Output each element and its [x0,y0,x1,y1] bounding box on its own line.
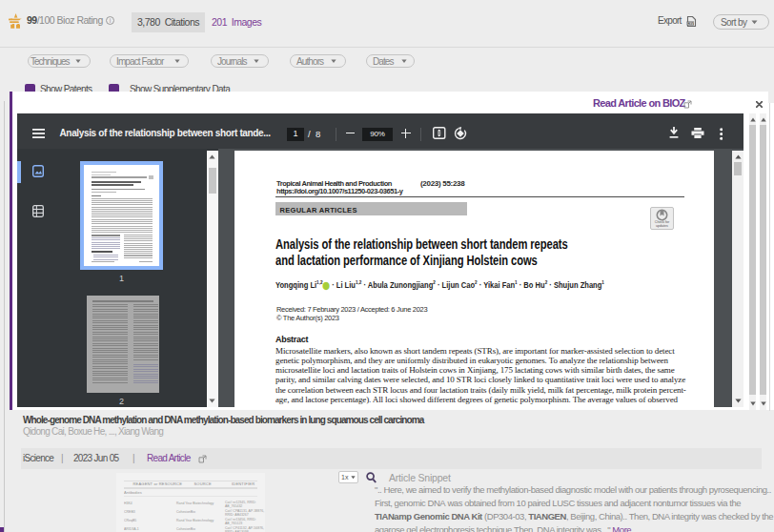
svg-text:CSV: CSV [687,22,695,26]
